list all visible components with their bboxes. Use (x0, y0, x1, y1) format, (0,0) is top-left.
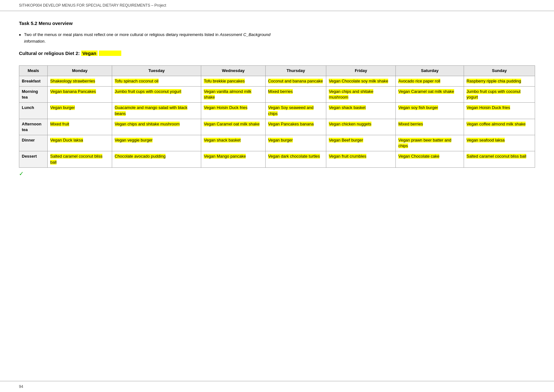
top-bar: SITHKOP004 DEVELOP MENUS FOR SPECIAL DIE… (0, 0, 554, 11)
table-row: Morning teaVegan banana PancakesJumbo fr… (19, 86, 535, 102)
cell-saturday: Vegan prawn beer batter and chips (396, 135, 464, 151)
cell-text-tuesday: Vegan chips and shitake mushroom (115, 122, 180, 126)
cell-text-wednesday: Vegan Hoisin Duck fries (204, 105, 247, 110)
cell-tuesday: Vegan chips and shitake mushroom (112, 119, 201, 135)
cell-text-thursday: Coconut and banana pancake (268, 79, 323, 83)
table-row: DinnerVegan Duck laksaVegan veggie burge… (19, 135, 535, 151)
cell-text-monday: Vegan Duck laksa (50, 138, 83, 142)
cell-friday: Vegan chips and shitake mushroom (326, 86, 396, 102)
cell-text-sunday: Raspberry ripple chia pudding (467, 79, 521, 83)
cell-text-wednesday: Tofu brekkie pancakes (204, 79, 244, 83)
col-wednesday: Wednesday (201, 65, 265, 76)
cell-text-sunday: Vegan Hoisin Duck fries (467, 105, 510, 110)
cell-wednesday: Vegan vanilla almond milk shake (201, 86, 265, 102)
cell-monday: Vegan banana Pancakes (48, 86, 112, 102)
cell-text-sunday: Jumbo fruit cups with coconut yogurt (467, 89, 521, 100)
col-tuesday: Tuesday (112, 65, 201, 76)
meal-label: Morning tea (19, 86, 48, 102)
cell-sunday: Jumbo fruit cups with coconut yogurt (464, 86, 535, 102)
table-row: DessertSalted caramel coconut bliss ball… (19, 151, 535, 167)
document-title: SITHKOP004 DEVELOP MENUS FOR SPECIAL DIE… (19, 3, 166, 8)
cell-saturday: Avocado rice paper roll (396, 76, 464, 86)
cell-sunday: Raspberry ripple chia pudding (464, 76, 535, 86)
meal-label: Dinner (19, 135, 48, 151)
cell-tuesday: Tofu spinach coconut oil (112, 76, 201, 86)
cell-sunday: Vegan coffee almond milk shake (464, 119, 535, 135)
meal-label: Dessert (19, 151, 48, 167)
cell-text-saturday: Mixed berries (398, 122, 423, 126)
cell-text-tuesday: Jumbo fruit cups with coconut yogurt (115, 89, 181, 94)
checkmark-icon: ✓ (19, 170, 535, 177)
cell-text-friday: Vegan shack basket (329, 105, 365, 110)
cell-text-sunday: Vegan seafood laksa (467, 138, 505, 142)
cell-text-thursday: Mixed berries (268, 89, 293, 94)
cell-friday: Vegan shack basket (326, 103, 396, 119)
bullet-item: • Two of the menus or meal plans must re… (19, 32, 535, 45)
cell-text-saturday: Vegan prawn beer batter and chips (398, 138, 451, 148)
cell-thursday: Vegan Pancakes banana (265, 119, 326, 135)
cell-text-saturday: Avocado rice paper roll (398, 79, 440, 83)
col-saturday: Saturday (396, 65, 464, 76)
cell-thursday: Mixed berries (265, 86, 326, 102)
col-sunday: Sunday (464, 65, 535, 76)
bullet-dot: • (19, 32, 21, 39)
cell-text-friday: Vegan chicken nuggets (329, 122, 371, 126)
cell-wednesday: Vegan shack basket (201, 135, 265, 151)
cell-text-monday: Shakeology strawberries (50, 79, 95, 83)
cell-text-sunday: Vegan coffee almond milk shake (467, 122, 526, 126)
cell-text-saturday: Vegan Caramel oat milk shake (398, 89, 454, 94)
cell-tuesday: Jumbo fruit cups with coconut yogurt (112, 86, 201, 102)
cell-thursday: Coconut and banana pancake (265, 76, 326, 86)
task-title: Task 5.2 Menu overview (19, 21, 535, 26)
cell-sunday: Vegan Hoisin Duck fries (464, 103, 535, 119)
bullet-text: Two of the menus or meal plans must refl… (24, 32, 270, 45)
cell-text-wednesday: Vegan Mango pancake (204, 154, 246, 159)
meal-label: Breakfast (19, 76, 48, 86)
cell-saturday: Vegan Chocolate cake (396, 151, 464, 167)
col-friday: Friday (326, 65, 396, 76)
table-row: Afternoon teaMixed fruitVegan chips and … (19, 119, 535, 135)
page-number: 94 (19, 384, 23, 389)
cell-text-tuesday: Guacamole and mango salad with black bea… (115, 105, 188, 116)
cell-friday: Vegan chicken nuggets (326, 119, 396, 135)
cell-friday: Vegan fruit crumbles (326, 151, 396, 167)
cell-friday: Vegan Beef burger (326, 135, 396, 151)
bottom-bar: 94 (0, 381, 554, 392)
cell-text-friday: Vegan Chocolate soy milk shake (329, 79, 388, 83)
cell-thursday: Vegan dark chocolate turtles (265, 151, 326, 167)
cell-wednesday: Vegan Hoisin Duck fries (201, 103, 265, 119)
diet-value: Vegan (81, 51, 98, 56)
cell-tuesday: Chocolate avocado pudding (112, 151, 201, 167)
cell-tuesday: Vegan veggie burger (112, 135, 201, 151)
cell-wednesday: Tofu brekkie pancakes (201, 76, 265, 86)
cell-text-wednesday: Vegan Caramel oat milk shake (204, 122, 259, 126)
cell-text-tuesday: Chocolate avocado pudding (115, 154, 166, 159)
cell-text-tuesday: Tofu spinach coconut oil (115, 79, 159, 83)
cell-text-wednesday: Vegan shack basket (204, 138, 240, 142)
cell-text-tuesday: Vegan veggie burger (115, 138, 153, 142)
cell-sunday: Salted caramel coconut bliss ball (464, 151, 535, 167)
menu-table: Meals Monday Tuesday Wednesday Thursday … (19, 65, 535, 168)
meal-label: Lunch (19, 103, 48, 119)
cell-text-friday: Vegan Beef burger (329, 138, 363, 142)
cell-thursday: Vegan Soy seaweed and chips (265, 103, 326, 119)
cell-text-thursday: Vegan dark chocolate turtles (268, 154, 320, 159)
cell-text-saturday: Vegan soy fish burger (398, 105, 438, 110)
cell-monday: Mixed fruit (48, 119, 112, 135)
cell-text-thursday: Vegan Pancakes banana (268, 122, 314, 126)
cell-text-monday: Vegan burger (50, 105, 75, 110)
table-row: LunchVegan burgerGuacamole and mango sal… (19, 103, 535, 119)
cell-text-thursday: Vegan burger (268, 138, 293, 142)
cell-monday: Shakeology strawberries (48, 76, 112, 86)
cell-text-friday: Vegan fruit crumbles (329, 154, 366, 159)
cell-wednesday: Vegan Mango pancake (201, 151, 265, 167)
cell-monday: Vegan burger (48, 103, 112, 119)
col-thursday: Thursday (265, 65, 326, 76)
table-row: BreakfastShakeology strawberriesTofu spi… (19, 76, 535, 86)
diet-underline (99, 51, 121, 56)
cell-text-saturday: Vegan Chocolate cake (398, 154, 439, 159)
cell-saturday: Mixed berries (396, 119, 464, 135)
meal-label: Afternoon tea (19, 119, 48, 135)
cell-monday: Salted caramel coconut bliss ball (48, 151, 112, 167)
main-content: Task 5.2 Menu overview • Two of the menu… (0, 11, 554, 187)
